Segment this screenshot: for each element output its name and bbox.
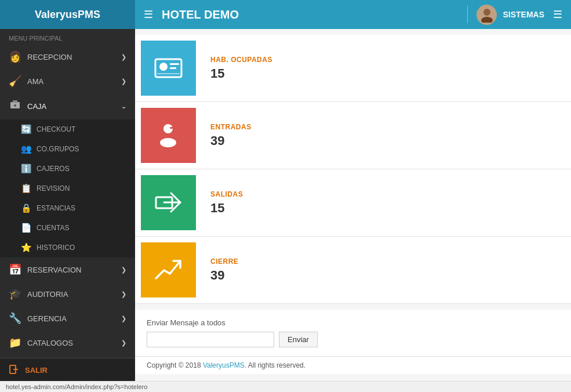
sidebar-item-label: RESERVACION <box>27 266 81 274</box>
historico-label: HISTORICO <box>37 244 75 252</box>
svg-rect-10 <box>170 63 179 65</box>
sidebar-item-label: AUDITORIA <box>27 290 68 299</box>
card-value: 15 <box>210 66 272 81</box>
sidebar: Menu Principal 👩 RECEPCION ❯ 🧹 AMA ❯ CAJ… <box>0 29 135 381</box>
arrow-icon: ❯ <box>121 53 126 61</box>
sidebar-item-co-grupos[interactable]: 👥 CO.GRUPOS <box>0 139 135 159</box>
revision-icon: 📋 <box>20 183 32 194</box>
header-hamburger-icon[interactable]: ☰ <box>544 8 571 21</box>
svg-point-4 <box>14 104 16 107</box>
co-grupos-icon: 👥 <box>20 144 32 154</box>
svg-point-0 <box>483 9 490 16</box>
sidebar-item-caja[interactable]: CAJA ⌄ <box>0 93 135 119</box>
message-input[interactable] <box>147 332 274 347</box>
recepcion-icon: 👩 <box>9 50 21 63</box>
sidebar-item-checkout[interactable]: 🔄 CHECKOUT <box>0 119 135 139</box>
salir-icon <box>9 364 19 376</box>
sidebar-item-reservacion[interactable]: 📅 RESERVACION ❯ <box>0 257 135 282</box>
estancias-label: ESTANCIAS <box>37 204 75 212</box>
user-name: SISTEMAS <box>503 10 544 19</box>
footer-rights: All rights reserved. <box>246 361 305 369</box>
caja-arrow-icon: ⌄ <box>121 103 126 110</box>
caja-icon <box>9 99 21 114</box>
revision-label: REVISION <box>37 184 70 193</box>
co-grupos-label: CO.GRUPOS <box>37 145 79 153</box>
message-label: Enviar Mensaje a todos <box>147 318 559 327</box>
catalogos-icon: 📁 <box>9 336 21 349</box>
arrow-icon: ❯ <box>121 339 126 347</box>
status-url: hotel.yes-admin.com/Admin/index.php?s=ho… <box>6 383 147 390</box>
sidebar-item-ama[interactable]: 🧹 AMA ❯ <box>0 69 135 93</box>
sidebar-item-auditoria[interactable]: 🎓 AUDITORIA ❯ <box>0 282 135 306</box>
menu-toggle-icon[interactable]: ☰ <box>135 8 162 21</box>
svg-rect-11 <box>170 67 176 69</box>
card-salidas: SALIDAS 15 <box>135 169 571 237</box>
status-bar: hotel.yes-admin.com/Admin/index.php?s=ho… <box>0 381 571 392</box>
historico-icon: ⭐ <box>20 242 32 253</box>
sidebar-item-catalogos[interactable]: 📁 CATALOGOS ❯ <box>0 331 135 355</box>
checkout-label: CHECKOUT <box>37 125 75 133</box>
sidebar-item-gerencia[interactable]: 🔧 GERENCIA ❯ <box>0 306 135 331</box>
enviar-button[interactable]: Enviar <box>279 332 318 347</box>
sidebar-item-label: AMA <box>27 77 43 86</box>
card-label: SALIDAS <box>210 190 243 198</box>
card-icon-salidas <box>141 175 196 230</box>
brand-text: ValeryusPMS <box>35 9 100 21</box>
card-info-entradas: ENTRADAS 39 <box>202 114 260 157</box>
card-value: 39 <box>210 133 252 148</box>
header: ValeryusPMS ☰ HOTEL DEMO SISTEMAS ☰ <box>0 0 571 29</box>
svg-point-14 <box>160 138 176 147</box>
sidebar-item-recepcion[interactable]: 👩 RECEPCION ❯ <box>0 45 135 69</box>
salir-label: SALIR <box>25 366 48 375</box>
card-value: 15 <box>210 201 243 216</box>
footer: Copyright © 2018 ValeryusPMS. All rights… <box>135 356 571 374</box>
card-info-hab-ocupadas: HAB. OCUPADAS 15 <box>202 47 281 90</box>
footer-brand-link[interactable]: ValeryusPMS. <box>203 361 246 369</box>
ama-icon: 🧹 <box>9 75 21 88</box>
card-value: 39 <box>210 268 238 283</box>
dashboard-cards: HAB. OCUPADAS 15 ENTRADAS <box>135 29 571 310</box>
estancias-icon: 🔒 <box>20 203 32 213</box>
svg-rect-16 <box>170 127 177 129</box>
card-label: HAB. OCUPADAS <box>210 56 272 64</box>
page-title: HOTEL DEMO <box>162 8 459 21</box>
card-entradas: ENTRADAS 39 <box>135 102 571 169</box>
arrow-icon: ❯ <box>121 315 126 322</box>
card-label: ENTRADAS <box>210 123 252 131</box>
svg-rect-8 <box>155 59 181 77</box>
brand-logo: ValeryusPMS <box>0 0 135 29</box>
card-hab-ocupadas: HAB. OCUPADAS 15 <box>135 35 571 102</box>
layout: Menu Principal 👩 RECEPCION ❯ 🧹 AMA ❯ CAJ… <box>0 29 571 381</box>
checkout-icon: 🔄 <box>20 124 32 135</box>
sidebar-item-label: GERENCIA <box>27 314 67 323</box>
arrow-icon: ❯ <box>121 291 126 298</box>
cajeros-icon: ℹ️ <box>20 164 32 174</box>
sidebar-item-label: RECEPCION <box>27 53 72 61</box>
card-label: CIERRE <box>210 257 238 266</box>
message-row: Enviar <box>147 332 559 347</box>
card-icon-cierre <box>141 242 196 297</box>
sidebar-section-label: Menu Principal <box>0 29 135 45</box>
card-icon-hab-ocupadas <box>141 41 196 96</box>
gerencia-icon: 🔧 <box>9 312 21 325</box>
sidebar-item-label: CAJA <box>27 102 46 111</box>
main-content: HAB. OCUPADAS 15 ENTRADAS <box>135 29 571 381</box>
cuentas-label: CUENTAS <box>37 224 69 232</box>
svg-point-1 <box>481 17 493 23</box>
svg-rect-12 <box>157 73 180 74</box>
sidebar-item-cajeros[interactable]: ℹ️ CAJEROS <box>0 159 135 179</box>
cuentas-icon: 📄 <box>20 223 32 233</box>
auditoria-icon: 🎓 <box>9 288 21 300</box>
sidebar-item-revision[interactable]: 📋 REVISION <box>0 179 135 198</box>
sidebar-item-historico[interactable]: ⭐ HISTORICO <box>0 238 135 257</box>
card-cierre: CIERRE 39 <box>135 237 571 304</box>
sidebar-item-estancias[interactable]: 🔒 ESTANCIAS <box>0 198 135 218</box>
user-info: SISTEMAS <box>477 5 544 25</box>
caja-submenu: 🔄 CHECKOUT 👥 CO.GRUPOS ℹ️ CAJEROS 📋 REVI… <box>0 119 135 257</box>
arrow-icon: ❯ <box>121 266 126 274</box>
sidebar-item-label: CATALOGOS <box>27 339 73 347</box>
card-info-cierre: CIERRE 39 <box>202 249 247 292</box>
sidebar-item-salir[interactable]: SALIR <box>0 358 135 381</box>
sidebar-item-cuentas[interactable]: 📄 CUENTAS <box>0 218 135 238</box>
card-icon-entradas <box>141 108 196 163</box>
